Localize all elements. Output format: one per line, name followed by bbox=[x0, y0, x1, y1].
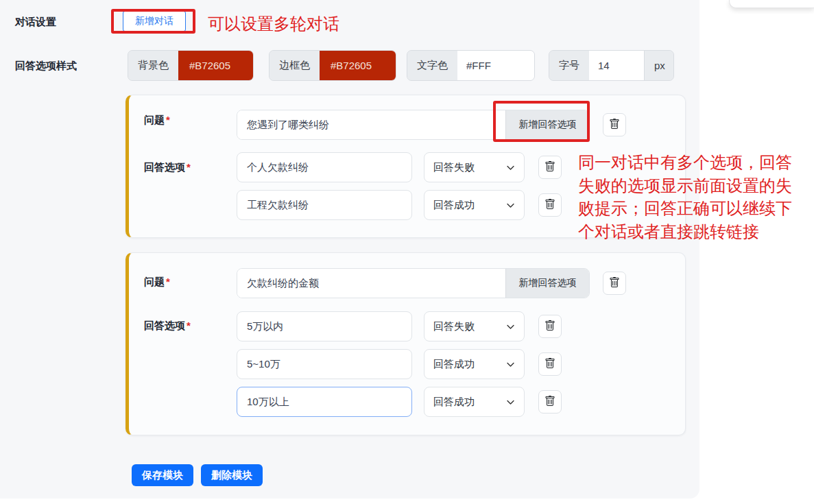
options-label: 回答选项* bbox=[144, 320, 191, 333]
text-color-input[interactable] bbox=[457, 51, 534, 80]
text-color-control: 文字色 bbox=[407, 50, 535, 81]
trash-icon bbox=[544, 396, 555, 409]
trash-icon bbox=[544, 320, 555, 333]
result-select[interactable]: 回答成功 bbox=[424, 349, 525, 379]
option-text-input[interactable] bbox=[237, 190, 412, 220]
required-mark: * bbox=[187, 320, 191, 331]
result-select[interactable]: 回答成功 bbox=[424, 190, 525, 220]
question-label: 问题* bbox=[144, 114, 170, 127]
trash-icon bbox=[609, 277, 620, 290]
delete-question-button[interactable] bbox=[603, 113, 626, 136]
annotation-side-note-line: 败提示；回答正确可以继续下 bbox=[578, 197, 792, 220]
annotation-side-note-line: 个对话或者直接跳转链接 bbox=[578, 220, 792, 243]
top-right-card-edge bbox=[729, 0, 814, 8]
question-input[interactable] bbox=[237, 269, 505, 298]
question-label: 问题* bbox=[144, 276, 170, 289]
required-mark: * bbox=[187, 161, 191, 173]
border-color-control: 边框色 #B72605 bbox=[269, 50, 396, 81]
chevron-down-icon bbox=[506, 322, 515, 331]
delete-module-button[interactable]: 删除模块 bbox=[201, 464, 263, 486]
trash-icon bbox=[544, 161, 555, 174]
font-size-label: 字号 bbox=[549, 51, 589, 80]
delete-option-button[interactable] bbox=[538, 193, 562, 217]
option-text-input[interactable] bbox=[237, 387, 412, 417]
question-input[interactable] bbox=[237, 110, 505, 139]
chevron-down-icon bbox=[506, 163, 515, 172]
delete-question-button[interactable] bbox=[603, 272, 626, 295]
delete-option-button[interactable] bbox=[538, 315, 562, 338]
required-mark: * bbox=[166, 276, 170, 287]
save-module-button[interactable]: 保存模块 bbox=[132, 464, 193, 486]
result-select[interactable]: 回答失败 bbox=[424, 311, 525, 341]
chevron-down-icon bbox=[506, 360, 515, 369]
option-style-label: 回答选项样式 bbox=[15, 60, 77, 73]
delete-option-button[interactable] bbox=[538, 156, 562, 179]
option-text-input[interactable] bbox=[237, 311, 412, 341]
font-size-unit: px bbox=[644, 51, 674, 80]
delete-option-button[interactable] bbox=[538, 352, 562, 376]
background-color-label: 背景色 bbox=[128, 51, 178, 80]
annotation-box-add-option bbox=[493, 101, 590, 142]
background-color-swatch[interactable]: #B72605 bbox=[178, 51, 253, 80]
option-text-input[interactable] bbox=[237, 349, 412, 379]
chevron-down-icon bbox=[506, 398, 515, 407]
question-input-group: 新增回答选项 bbox=[237, 268, 590, 298]
trash-icon bbox=[544, 199, 555, 212]
result-select[interactable]: 回答失败 bbox=[424, 152, 525, 182]
add-answer-option-button[interactable]: 新增回答选项 bbox=[505, 269, 589, 298]
dialog-settings-label: 对话设置 bbox=[15, 16, 56, 29]
chevron-down-icon bbox=[506, 201, 515, 210]
text-color-label: 文字色 bbox=[407, 51, 457, 80]
trash-icon bbox=[544, 358, 555, 371]
annotation-top-note: 可以设置多轮对话 bbox=[208, 13, 339, 35]
border-color-label: 边框色 bbox=[270, 51, 320, 80]
annotation-side-note-line: 同一对话中有多个选项，回答 bbox=[578, 151, 792, 174]
annotation-side-note: 同一对话中有多个选项，回答 失败的选项显示前面设置的失 败提示；回答正确可以继续… bbox=[578, 151, 792, 243]
trash-icon bbox=[609, 119, 620, 132]
background-color-control: 背景色 #B72605 bbox=[128, 50, 254, 81]
options-label: 回答选项* bbox=[144, 161, 191, 174]
option-text-input[interactable] bbox=[237, 152, 412, 182]
required-mark: * bbox=[166, 114, 170, 125]
annotation-side-note-line: 失败的选项显示前面设置的失 bbox=[578, 174, 792, 197]
annotation-box-add-dialog bbox=[111, 9, 195, 34]
border-color-swatch[interactable]: #B72605 bbox=[320, 51, 396, 80]
font-size-input[interactable] bbox=[589, 51, 644, 80]
font-size-control: 字号 px bbox=[549, 50, 674, 81]
delete-option-button[interactable] bbox=[538, 390, 562, 413]
result-select[interactable]: 回答成功 bbox=[424, 387, 525, 417]
dialog-card-2: 问题* 新增回答选项 回答选项* 回答失败 回答成功 回答成功 bbox=[125, 252, 686, 435]
